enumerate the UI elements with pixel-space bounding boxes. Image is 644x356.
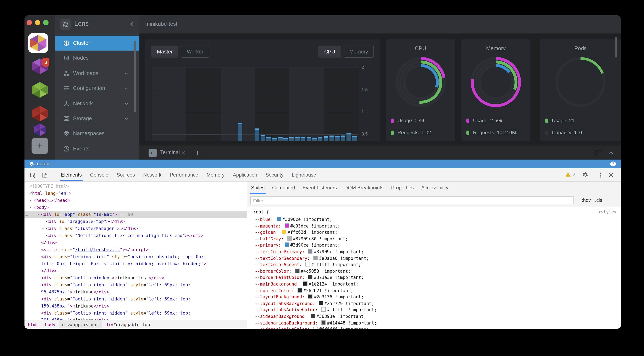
color-swatch[interactable]	[311, 314, 315, 318]
breadcrumb-item[interactable]: html	[24, 320, 42, 329]
css-variable-row[interactable]: --textColorAccent: #ffffff !important;	[255, 262, 361, 268]
dom-tree-line[interactable]: ▸<div class="ClusterManager">…</div>	[24, 225, 247, 232]
css-variable-row[interactable]: --primary: #3d90ce !important;	[255, 242, 340, 249]
minimize-window-button[interactable]	[35, 20, 40, 25]
dom-tree-line[interactable]: 150.438px;">minikube</div>	[24, 303, 247, 310]
new-style-rule-button[interactable]: +	[608, 196, 611, 203]
color-swatch[interactable]	[308, 249, 313, 254]
color-swatch[interactable]	[308, 294, 313, 299]
expand-dock-icon[interactable]	[595, 150, 601, 156]
device-toolbar-icon[interactable]	[42, 172, 48, 178]
expander-closed-icon[interactable]: ▸	[41, 225, 45, 232]
sidebar-item-storage[interactable]: Storage	[55, 111, 140, 126]
color-swatch[interactable]	[313, 327, 318, 329]
color-swatch[interactable]	[276, 217, 281, 221]
add-cluster-button[interactable]: +	[32, 138, 48, 154]
terminal-tab[interactable]: Terminal	[160, 150, 180, 156]
color-swatch[interactable]	[298, 288, 302, 292]
css-variable-row[interactable]: --mainBackground: #1e2124 !important;	[255, 281, 358, 287]
breadcrumb-item[interactable]: body	[42, 320, 59, 329]
close-devtools-icon[interactable]	[608, 172, 614, 178]
sidebar-item-network[interactable]: Network	[55, 96, 140, 111]
dom-tree-line[interactable]: <div class="Tooltip hidden">minikube-tes…	[24, 274, 247, 281]
color-swatch[interactable]	[308, 275, 313, 280]
styles-tab-styles[interactable]: Styles	[247, 181, 268, 194]
breadcrumb-item[interactable]: div#draggable-top	[102, 320, 153, 329]
styles-filter-input[interactable]	[250, 196, 574, 204]
warning-indicator[interactable]: 2	[565, 172, 575, 178]
css-variable-row[interactable]: --sidebarBackground: #36393e !important;	[255, 313, 366, 320]
dom-tree-line[interactable]: </div>	[24, 239, 247, 246]
class-toggle[interactable]: .cls	[595, 198, 602, 203]
css-source-link[interactable]: <style>	[598, 209, 616, 214]
dom-tree-line[interactable]: ▾<body>	[24, 204, 247, 211]
dom-tree-line[interactable]: 95.4375px;">minikube</div>	[24, 288, 247, 296]
color-swatch[interactable]	[284, 243, 289, 247]
styles-tab-dom-breakpoints[interactable]: DOM Breakpoints	[341, 181, 387, 194]
sidebar-item-nodes[interactable]: Nodes	[55, 51, 140, 66]
inspect-element-icon[interactable]	[30, 172, 36, 178]
devtools-menu-icon[interactable]	[598, 172, 604, 178]
new-terminal-icon[interactable]	[194, 150, 200, 156]
expander-open-icon[interactable]: ▾	[36, 211, 40, 218]
dom-tree-line[interactable]: <div id="draggable-top"></div>	[24, 218, 247, 225]
color-swatch[interactable]	[318, 301, 323, 305]
devtools-tab-application[interactable]: Application	[229, 168, 261, 181]
namespace-label[interactable]: default	[37, 161, 52, 167]
sidebar-item-workloads[interactable]: Workloads	[55, 66, 140, 81]
help-icon[interactable]: ?	[610, 161, 616, 167]
css-variable-row[interactable]: --golden: #ffc63d !important;	[255, 229, 338, 236]
devtools-tab-console[interactable]: Console	[86, 168, 112, 181]
dom-tree-line[interactable]: <div class="Tooltip right hidden" style=…	[24, 296, 247, 303]
color-swatch[interactable]	[282, 230, 286, 234]
dom-tree-line[interactable]: …▾<div id="app" class="is-mac"> == $0	[24, 211, 247, 218]
devtools-tab-sources[interactable]: Sources	[112, 168, 139, 181]
expander-closed-icon[interactable]: ▸	[29, 197, 33, 204]
color-swatch[interactable]	[313, 255, 318, 260]
dom-tree-line[interactable]: ▸<head>…</head>	[24, 197, 247, 204]
dom-tree-line[interactable]: <!DOCTYPE html>	[24, 183, 247, 190]
content-scrollbar[interactable]	[615, 37, 617, 58]
zoom-window-button[interactable]	[43, 20, 48, 25]
css-variable-row[interactable]: --sidebarActiveColor: #ffffff !important…	[255, 326, 369, 329]
css-variable-row[interactable]: --magenta: #c93dce !important;	[255, 223, 340, 229]
devtools-tab-elements[interactable]: Elements	[57, 168, 86, 181]
styles-tab-event-listeners[interactable]: Event Listeners	[299, 181, 340, 194]
dom-tree-line[interactable]: left: 0px; height: 0px; visibility: hidd…	[24, 260, 247, 267]
styles-tab-computed[interactable]: Computed	[268, 181, 299, 194]
css-variable-row[interactable]: --textColorSecondary: #a0a0a0 !important…	[255, 255, 369, 262]
sidebar-item-namespaces[interactable]: Namespaces	[55, 126, 140, 141]
css-variable-row[interactable]: --borderFaintColor: #373a3e !important;	[255, 275, 364, 281]
devtools-settings-icon[interactable]	[582, 172, 588, 178]
css-variable-row[interactable]: --textColorPrimary: #87909c !important;	[255, 249, 364, 255]
styles-tab-properties[interactable]: Properties	[387, 181, 418, 194]
close-window-button[interactable]	[26, 20, 32, 25]
devtools-tab-performance[interactable]: Performance	[166, 168, 202, 181]
expander-open-icon[interactable]: ▾	[29, 204, 33, 211]
color-swatch[interactable]	[321, 307, 326, 312]
dom-tree-line[interactable]: 205.438px;">minikube</div>	[24, 317, 247, 320]
color-swatch[interactable]	[321, 320, 326, 325]
dom-tree-line[interactable]: <div class="Tooltip right hidden" style=…	[24, 281, 247, 288]
color-swatch[interactable]	[295, 269, 300, 273]
sidebar-scrollbar[interactable]	[134, 41, 136, 112]
css-variable-row[interactable]: --contentColor: #262b2f !important;	[255, 287, 353, 294]
collapse-sidebar-icon[interactable]	[128, 21, 135, 27]
dom-tree-line[interactable]: <html lang="en">	[24, 190, 247, 197]
css-variable-row[interactable]: --layoutBackground: #2e3136 !important;	[255, 294, 364, 300]
devtools-tab-memory[interactable]: Memory	[202, 168, 229, 181]
dom-tree-line[interactable]: <div class="Notifications flex column al…	[24, 232, 247, 239]
color-swatch[interactable]	[303, 281, 308, 286]
color-swatch[interactable]	[284, 223, 289, 228]
css-variable-row[interactable]: --halfGray: #87909c80 !important;	[255, 236, 348, 242]
active-cluster-tile[interactable]	[28, 33, 48, 53]
pseudo-state-toggle[interactable]: :hov	[582, 198, 591, 203]
close-terminal-icon[interactable]	[180, 150, 186, 156]
toggle-dock-icon[interactable]	[608, 150, 614, 156]
css-variable-row[interactable]: --borderColor: #4c5053 !important;	[255, 268, 351, 275]
devtools-tab-network[interactable]: Network	[139, 168, 166, 181]
css-variable-row[interactable]: --sidebarLogoBackground: #414448 !import…	[255, 320, 377, 326]
css-variable-row[interactable]: --blue: #3d90ce !important;	[255, 216, 332, 223]
dom-tree-line[interactable]: <div class="Tooltip right hidden" style=…	[24, 310, 247, 317]
sidebar-item-cluster[interactable]: Cluster	[55, 36, 140, 51]
